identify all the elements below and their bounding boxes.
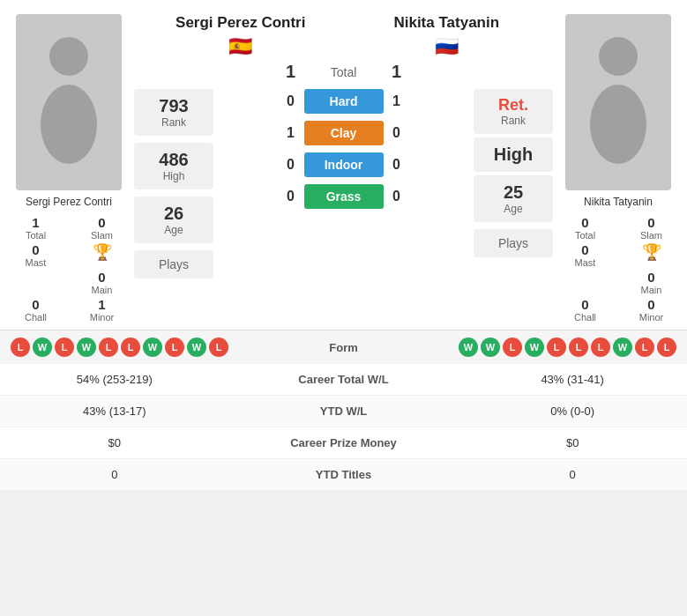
indoor-row: 0 Indoor 0 — [217, 152, 470, 177]
right-total-stat: 0 Total — [556, 215, 614, 241]
left-trophy-icon-cell: 🏆 — [73, 242, 131, 268]
top-section: Sergi Perez Contri 1 Total 0 Slam 0 Mast… — [0, 0, 687, 330]
career-wl-right: 43% (31-41) — [458, 364, 687, 396]
form-badge-left: L — [55, 338, 74, 357]
form-badges-left: LWLWLLWLWL — [11, 338, 302, 357]
grass-score-right: 0 — [384, 189, 410, 204]
hard-row: 0 Hard 1 — [217, 89, 470, 114]
ytd-wl-row: 43% (13-17) YTD W/L 0% (0-0) — [0, 396, 687, 427]
form-badge-right: L — [591, 338, 610, 357]
form-badge-right: L — [635, 338, 654, 357]
form-badge-left: L — [165, 338, 184, 357]
career-wl-left: 54% (253-219) — [0, 364, 229, 396]
main-container: Sergi Perez Contri 1 Total 0 Slam 0 Mast… — [0, 0, 687, 491]
form-badge-right: W — [525, 338, 544, 357]
form-badge-right: L — [569, 338, 588, 357]
right-high-box: High — [474, 137, 553, 172]
right-main-spacer — [556, 270, 614, 295]
indoor-score-right: 0 — [384, 157, 410, 173]
svg-point-1 — [41, 85, 97, 164]
career-wl-label: Career Total W/L — [229, 364, 459, 396]
hard-score-left: 0 — [278, 93, 304, 109]
form-badge-right: L — [657, 338, 676, 357]
total-score-right: 1 — [384, 62, 410, 82]
right-stats-col: Ret. Rank High 25 Age Plays — [474, 89, 553, 257]
prize-left: $0 — [0, 427, 229, 459]
form-section: LWLWLLWLWL Form WWLWLLLWLL — [0, 330, 687, 364]
left-header-name: Sergi Perez Contri — [175, 14, 305, 32]
right-plays-box: Plays — [474, 229, 553, 257]
form-label: Form — [309, 341, 379, 354]
left-stats-col: 793 Rank 486 High 26 Age Plays — [134, 89, 213, 278]
form-badge-right: W — [613, 338, 632, 357]
surface-col: 0 Hard 1 1 Clay 0 0 Indoor 0 — [217, 89, 470, 212]
stats-table: 54% (253-219) Career Total W/L 43% (31-4… — [0, 364, 687, 491]
form-badges-right: WWLWLLLWLL — [386, 338, 677, 357]
form-badge-right: W — [459, 338, 478, 357]
grass-row: 0 Grass 0 — [217, 184, 470, 209]
left-player-col: Sergi Perez Contri 1 Total 0 Slam 0 Mast… — [7, 14, 131, 323]
titles-label: YTD Titles — [229, 459, 459, 491]
clay-btn: Clay — [304, 121, 384, 145]
right-header-name: Nikita Tatyanin — [393, 14, 499, 32]
form-badge-right: L — [547, 338, 566, 357]
svg-point-3 — [590, 85, 646, 164]
career-wl-row: 54% (253-219) Career Total W/L 43% (31-4… — [0, 364, 687, 396]
left-plays-box: Plays — [134, 250, 213, 278]
form-badge-left: L — [121, 338, 140, 357]
left-rank-box: 793 Rank — [134, 89, 213, 136]
prize-right: $0 — [458, 427, 687, 459]
prize-label: Career Prize Money — [229, 427, 459, 459]
left-player-photo — [16, 14, 122, 190]
titles-right: 0 — [458, 459, 687, 491]
header-row: Sergi Perez Contri 🇪🇸 Nikita Tatyanin 🇷🇺 — [134, 14, 553, 58]
hard-btn: Hard — [304, 89, 384, 114]
right-age-box: 25 Age — [474, 175, 553, 222]
right-mast-stat: 0 Mast — [556, 242, 614, 268]
form-badge-left: L — [209, 338, 228, 357]
ytd-wl-label: YTD W/L — [229, 396, 459, 427]
right-player-col: Nikita Tatyanin 0 Total 0 Slam 0 Mast 🏆 — [556, 14, 680, 323]
left-flag: 🇪🇸 — [228, 35, 252, 58]
form-badge-left: W — [187, 338, 206, 357]
grass-score-left: 0 — [278, 189, 304, 204]
right-player-photo — [565, 14, 671, 190]
hard-score-right: 1 — [384, 93, 410, 109]
total-label: Total — [304, 65, 384, 79]
right-chall-stat: 0 Chall — [556, 297, 614, 323]
right-player-stats: 0 Total 0 Slam 0 Mast 🏆 — [556, 215, 680, 323]
right-slam-stat: 0 Slam — [623, 215, 680, 241]
indoor-score-left: 0 — [278, 157, 304, 173]
form-badge-right: L — [503, 338, 522, 357]
prize-row: $0 Career Prize Money $0 — [0, 427, 687, 459]
right-header-name-area: Nikita Tatyanin 🇷🇺 — [344, 14, 550, 58]
left-player-stats: 1 Total 0 Slam 0 Mast 🏆 — [7, 215, 131, 323]
left-main-stat — [7, 270, 64, 295]
left-mast-stat: 0 Mast — [7, 242, 64, 268]
form-badge-left: W — [33, 338, 52, 357]
right-trophy-icon-cell: 🏆 — [623, 242, 680, 268]
grass-btn: Grass — [304, 184, 384, 209]
form-badge-left: L — [11, 338, 30, 357]
form-badge-left: W — [143, 338, 162, 357]
left-header-name-area: Sergi Perez Contri 🇪🇸 — [138, 14, 344, 58]
right-trophy-icon: 🏆 — [642, 242, 661, 262]
left-main-stat2: 0 Main — [73, 270, 131, 295]
indoor-btn: Indoor — [304, 152, 384, 177]
right-minor-stat: 0 Minor — [623, 297, 680, 323]
form-badge-left: L — [99, 338, 118, 357]
right-rank-box: Ret. Rank — [474, 89, 553, 134]
right-player-name: Nikita Tatyanin — [584, 196, 653, 208]
left-player-name: Sergi Perez Contri — [26, 196, 112, 208]
form-badge-left: W — [77, 338, 96, 357]
clay-row: 1 Clay 0 — [217, 121, 470, 145]
svg-point-0 — [49, 37, 88, 76]
left-trophy-icon: 🏆 — [93, 242, 112, 262]
center-inner: 793 Rank 486 High 26 Age Plays — [134, 89, 553, 278]
form-badge-right: W — [481, 338, 500, 357]
total-row: 1 Total 1 — [134, 62, 553, 82]
left-minor-stat: 1 Minor — [73, 297, 131, 323]
clay-score-right: 0 — [384, 125, 410, 141]
ytd-wl-left: 43% (13-17) — [0, 396, 229, 427]
center-section: Sergi Perez Contri 🇪🇸 Nikita Tatyanin 🇷🇺… — [134, 14, 553, 323]
